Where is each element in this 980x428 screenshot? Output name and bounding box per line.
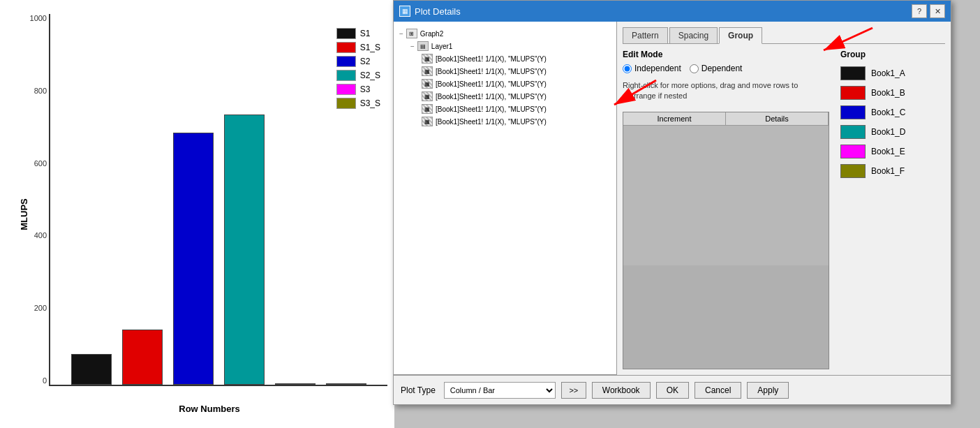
apply-button[interactable]: Apply: [747, 382, 789, 399]
tree-expand-0: −: [399, 30, 403, 38]
radio-dependent-input[interactable]: [690, 64, 699, 73]
y-label-0: 0: [12, 376, 47, 385]
x-axis-label: Row Numbers: [179, 404, 239, 414]
ok-button[interactable]: OK: [656, 382, 689, 399]
tree-icon-plot-5: ▦: [422, 91, 433, 101]
group-item-book1_d: Book1_D: [840, 124, 945, 140]
dialog-titlebar-buttons: ? ✕: [912, 4, 945, 18]
bar-s3: [275, 383, 315, 385]
tree-label-5: [Book1]Sheet1! 1/1(X), "MLUPS"(Y): [436, 93, 547, 101]
workbook-button[interactable]: Workbook: [592, 382, 651, 399]
bar-s1_s: [122, 330, 163, 385]
y-label-1000: 1000: [12, 14, 47, 22]
chart-area: MLUPS 0 200 400 600 800 1000 S1S1_SS2S2_…: [0, 0, 394, 428]
cancel-button[interactable]: Cancel: [695, 382, 741, 399]
y-axis-labels: 0 200 400 600 800 1000: [12, 14, 47, 385]
bar-s3_s: [326, 383, 366, 385]
group-section-label: Group: [840, 50, 945, 59]
tree-icon-plot-2: ▦: [422, 54, 433, 64]
help-button[interactable]: ?: [912, 4, 927, 18]
group-color-book1_a: [840, 66, 866, 80]
tab-spacing[interactable]: Spacing: [669, 27, 718, 43]
legend-color-s2_s: [336, 70, 356, 81]
legend-item-s2_s: S2_S: [336, 70, 380, 81]
close-button[interactable]: ✕: [930, 4, 945, 18]
bar-s2_s: [224, 115, 265, 385]
y-label-600: 600: [12, 159, 47, 168]
tree-icon-plot-7: ▦: [422, 117, 433, 126]
legend-item-s1_s: S1_S: [336, 42, 380, 53]
tree-expand-1: −: [410, 43, 415, 50]
tree-label-3: [Book1]Sheet1! 1/1(X), "MLUPS"(Y): [436, 68, 547, 75]
radio-dependent-label: Dependent: [701, 64, 743, 73]
table-body: [623, 126, 829, 265]
arrow-button[interactable]: >>: [561, 382, 586, 399]
tree-item-1[interactable]: −▤Layer1: [399, 40, 611, 52]
dialog-titlebar: ▦ Plot Details ? ✕: [394, 1, 951, 22]
tree-item-4[interactable]: ▦[Book1]Sheet1! 1/1(X), "MLUPS"(Y): [399, 78, 611, 90]
tree-item-2[interactable]: ▦[Book1]Sheet1! 1/1(X), "MLUPS"(Y): [399, 52, 611, 65]
radio-independent-label: Independent: [634, 64, 681, 73]
group-name-book1_b: Book1_B: [871, 88, 905, 98]
table-header: Increment Details: [623, 112, 829, 126]
bar-s2: [173, 133, 214, 385]
hint-text: Right-click for more options, drag and m…: [623, 80, 804, 102]
tree-item-7[interactable]: ▦[Book1]Sheet1! 1/1(X), "MLUPS"(Y): [399, 115, 611, 128]
group-item-book1_f: Book1_F: [840, 163, 945, 179]
group-item-book1_e: Book1_E: [840, 143, 945, 160]
group-name-book1_e: Book1_E: [871, 147, 905, 156]
tree-item-5[interactable]: ▦[Book1]Sheet1! 1/1(X), "MLUPS"(Y): [399, 90, 611, 103]
edit-mode-label: Edit Mode: [623, 50, 829, 59]
legend-item-s3: S3: [336, 84, 380, 95]
tree-label-2: [Book1]Sheet1! 1/1(X), "MLUPS"(Y): [436, 55, 547, 63]
tree-item-0[interactable]: −⊞Graph2: [399, 27, 611, 40]
group-section: Group Book1_ABook1_BBook1_CBook1_DBook1_…: [840, 50, 945, 369]
tree-label-7: [Book1]Sheet1! 1/1(X), "MLUPS"(Y): [436, 118, 547, 126]
group-name-book1_a: Book1_A: [871, 68, 905, 78]
plot-type-select[interactable]: Column / Bar: [444, 382, 556, 399]
legend-color-s1_s: [336, 42, 356, 53]
legend-item-s2: S2: [336, 56, 380, 67]
tree-panel[interactable]: −⊞Graph2−▤Layer1▦[Book1]Sheet1! 1/1(X), …: [394, 22, 617, 375]
right-panel: Pattern Spacing Group Edit Mode Independ…: [617, 22, 951, 375]
y-label-800: 800: [12, 87, 47, 95]
tree-icon-plot-6: ▦: [422, 104, 433, 114]
dialog-footer: Plot Type Column / Bar >> Workbook OK Ca…: [394, 375, 951, 404]
tree-label-0: Graph2: [420, 30, 443, 38]
legend-label-s1: S1: [360, 29, 371, 38]
legend-color-s3_s: [336, 98, 356, 109]
tree-icon-plot-4: ▦: [422, 79, 433, 89]
group-item-book1_b: Book1_B: [840, 84, 945, 101]
y-label-200: 200: [12, 304, 47, 312]
bar-s1: [71, 354, 112, 385]
group-item-book1_a: Book1_A: [840, 65, 945, 82]
left-content: Edit Mode Independent Dependent: [623, 50, 829, 369]
group-color-book1_b: [840, 86, 866, 100]
tab-group[interactable]: Group: [719, 27, 762, 44]
radio-independent[interactable]: Independent: [623, 64, 681, 73]
radio-dependent[interactable]: Dependent: [690, 64, 743, 73]
y-label-400: 400: [12, 231, 47, 239]
chart-inner: 0 200 400 600 800 1000 S1S1_SS2S2_SS3S3_…: [49, 14, 387, 386]
tree-icon-plot-3: ▦: [422, 66, 433, 76]
group-color-book1_d: [840, 125, 866, 139]
panel-content: Edit Mode Independent Dependent: [623, 50, 945, 369]
group-name-book1_f: Book1_F: [871, 166, 905, 176]
table-area[interactable]: Increment Details: [623, 112, 829, 369]
plot-type-label: Plot Type: [401, 385, 436, 395]
tab-pattern[interactable]: Pattern: [623, 27, 668, 43]
tabs-row: Pattern Spacing Group: [623, 27, 945, 44]
dialog-title-left: ▦ Plot Details: [399, 6, 461, 17]
group-color-book1_e: [840, 145, 866, 158]
table-col-details: Details: [726, 112, 829, 125]
tree-label-4: [Book1]Sheet1! 1/1(X), "MLUPS"(Y): [436, 80, 547, 88]
chart-legend: S1S1_SS2S2_SS3S3_S: [336, 28, 380, 109]
radio-row: Independent Dependent: [623, 64, 829, 73]
dialog-title: Plot Details: [415, 6, 461, 17]
radio-independent-input[interactable]: [623, 64, 632, 73]
legend-label-s3_s: S3_S: [360, 98, 380, 108]
tree-icon-graph-0: ⊞: [406, 29, 417, 38]
tree-item-3[interactable]: ▦[Book1]Sheet1! 1/1(X), "MLUPS"(Y): [399, 65, 611, 78]
table-col-increment: Increment: [623, 112, 726, 125]
tree-item-6[interactable]: ▦[Book1]Sheet1! 1/1(X), "MLUPS"(Y): [399, 103, 611, 115]
